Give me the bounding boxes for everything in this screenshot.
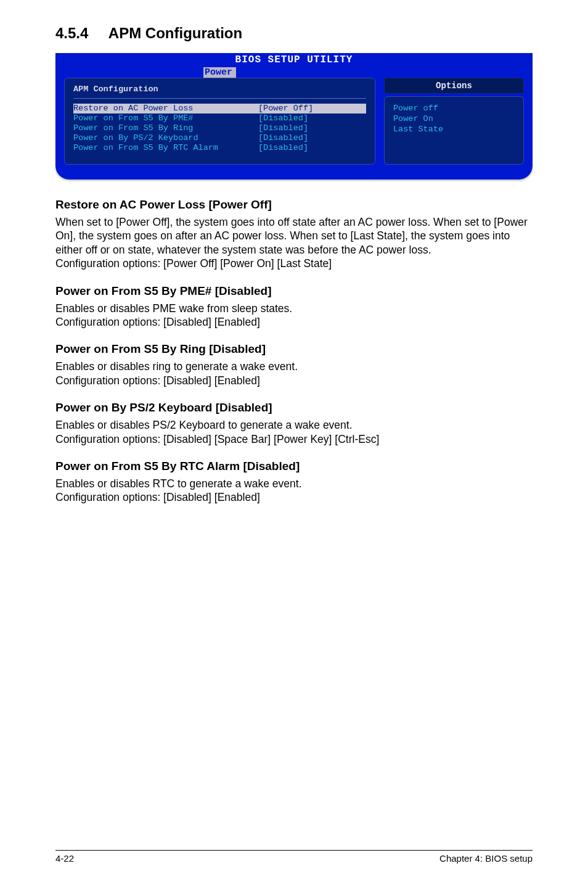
bios-tab-power[interactable]: Power (203, 67, 236, 78)
bios-setting-value: [Disabled] (258, 133, 308, 143)
bios-setting-value: [Disabled] (258, 123, 308, 133)
bios-option-item[interactable]: Last State (393, 124, 515, 134)
section-number: 4.5.4 (55, 25, 88, 42)
bios-setting-value: [Disabled] (258, 113, 308, 123)
page-footer: 4-22 Chapter 4: BIOS setup (0, 850, 588, 864)
setting-heading: Power on From S5 By RTC Alarm [Disabled] (55, 460, 533, 473)
bios-options-body: Power offPower OnLast State (384, 96, 524, 165)
bios-option-item[interactable]: Power off (393, 103, 515, 113)
setting-heading: Power on From S5 By Ring [Disabled] (55, 342, 533, 356)
bios-setting-label: Power on From S5 By PME# (73, 113, 258, 123)
setting-description: Enables or disables PS/2 Keyboard to gen… (55, 418, 533, 446)
setting-heading: Power on By PS/2 Keyboard [Disabled] (55, 401, 533, 415)
bios-setting-row[interactable]: Power on By PS/2 Keyboard[Disabled] (73, 133, 366, 143)
bios-setting-row[interactable]: Power on From S5 By PME#[Disabled] (73, 113, 366, 123)
chapter-label: Chapter 4: BIOS setup (439, 853, 533, 864)
bios-header: BIOS SETUP UTILITY Power (55, 53, 533, 78)
bios-left-pane: APM Configuration Restore on AC Power Lo… (64, 78, 375, 165)
bios-utility-title: BIOS SETUP UTILITY (55, 54, 533, 65)
bios-left-title: APM Configuration (73, 85, 366, 94)
section-title: APM Configuration (108, 25, 242, 42)
footer-divider (55, 850, 533, 851)
section-heading: 4.5.4 APM Configuration (55, 25, 533, 42)
bios-right-pane: Options Power offPower OnLast State (384, 78, 524, 165)
setting-heading: Restore on AC Power Loss [Power Off] (55, 198, 533, 212)
bios-setting-value: [Power Off] (258, 104, 313, 113)
bios-setting-row[interactable]: Power on From S5 By RTC Alarm[Disabled] (73, 143, 366, 153)
divider (73, 98, 366, 99)
setting-description: Enables or disables PME wake from sleep … (55, 302, 533, 329)
page-number: 4-22 (55, 853, 74, 864)
setting-description: Enables or disables RTC to generate a wa… (55, 477, 533, 505)
bios-option-item[interactable]: Power On (393, 113, 515, 124)
bios-setting-row[interactable]: Power on From S5 By Ring[Disabled] (73, 123, 366, 133)
bios-setting-label: Power on By PS/2 Keyboard (73, 133, 258, 143)
bios-options-header: Options (384, 78, 524, 94)
setting-heading: Power on From S5 By PME# [Disabled] (55, 284, 533, 298)
bios-setting-label: Power on From S5 By Ring (73, 123, 258, 133)
bios-setting-label: Power on From S5 By RTC Alarm (73, 143, 258, 153)
bios-setting-value: [Disabled] (258, 143, 308, 153)
setting-description: Enables or disables ring to generate a w… (55, 360, 533, 387)
bios-setting-row[interactable]: Restore on AC Power Loss[Power Off] (73, 104, 366, 113)
bios-panel: BIOS SETUP UTILITY Power APM Configurati… (55, 53, 533, 179)
setting-description: When set to [Power Off], the system goes… (55, 215, 533, 271)
bios-setting-label: Restore on AC Power Loss (73, 104, 258, 113)
